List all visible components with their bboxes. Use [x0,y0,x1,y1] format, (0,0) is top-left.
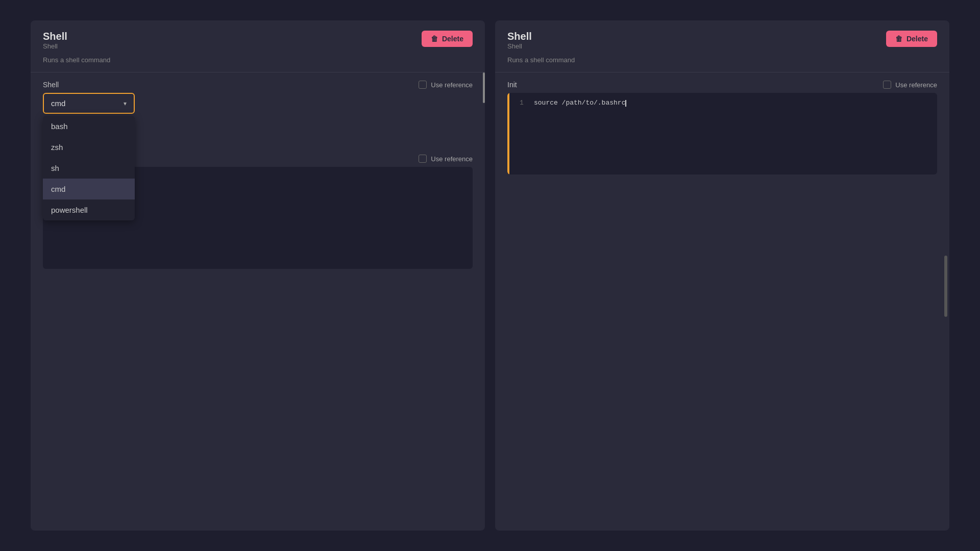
text-cursor [625,100,626,107]
dropdown-item-bash[interactable]: bash [43,116,135,137]
init-field-label: Init [507,81,517,89]
left-panel-title: Shell [43,31,67,42]
shell-use-reference-label: Use reference [431,81,473,89]
line-number-1: 1 [520,99,528,107]
shell-use-reference-row: Use reference [419,81,473,89]
left-panel: Shell Shell 🗑 Delete Runs a shell comman… [31,20,485,531]
right-panel-header: Shell Shell 🗑 Delete Runs a shell comman… [495,20,949,72]
shell-dropdown-container: cmd ▾ bash zsh sh cmd powershell [43,93,135,114]
dropdown-item-zsh[interactable]: zsh [43,137,135,158]
right-panel-description: Runs a shell command [507,56,937,64]
init-field-row: Init Use reference 1 source /path/to/.ba… [507,81,937,174]
init-use-reference-row: Use reference [883,81,937,89]
right-panel: Shell Shell 🗑 Delete Runs a shell comman… [495,20,949,531]
shell-use-reference-checkbox[interactable] [419,81,427,89]
shell-field-row: Shell Use reference cmd ▾ bash zsh sh [43,81,473,114]
shell-dropdown-menu: bash zsh sh cmd powershell [43,116,135,220]
init-code-content: source /path/to/.bashrc [534,99,626,107]
left-panel-header: Shell Shell 🗑 Delete Runs a shell comman… [31,20,485,72]
shell-field-header: Shell Use reference [43,81,473,89]
right-trash-icon: 🗑 [895,35,902,43]
init-code-line: 1 source /path/to/.bashrc [513,99,931,107]
left-trash-icon: 🗑 [431,35,438,43]
right-panel-body: Init Use reference 1 source /path/to/.ba… [495,72,949,531]
shell-field-label: Shell [43,81,59,89]
right-delete-button[interactable]: 🗑 Delete [886,31,937,47]
init-use-reference-label: Use reference [895,81,937,89]
shell-dropdown-selected: cmd [51,99,65,108]
left-panel-body: Shell Use reference cmd ▾ bash zsh sh [31,72,485,531]
dropdown-item-sh[interactable]: sh [43,158,135,179]
command-use-reference-label: Use reference [431,155,473,163]
right-panel-subtitle: Shell [507,42,532,50]
line-marker [507,93,509,174]
right-scroll-indicator[interactable] [944,256,947,317]
chevron-down-icon: ▾ [124,100,127,107]
init-use-reference-checkbox[interactable] [883,81,891,89]
init-code-editor[interactable]: 1 source /path/to/.bashrc [507,93,937,174]
left-delete-button[interactable]: 🗑 Delete [422,31,473,47]
shell-dropdown-trigger[interactable]: cmd ▾ [43,93,135,114]
left-panel-subtitle: Shell [43,42,67,50]
left-scroll-indicator[interactable] [483,72,485,103]
command-use-reference-checkbox[interactable] [419,155,427,163]
right-panel-title: Shell [507,31,532,42]
left-panel-description: Runs a shell command [43,56,473,64]
init-field-header: Init Use reference [507,81,937,89]
dropdown-item-powershell[interactable]: powershell [43,199,135,220]
dropdown-item-cmd[interactable]: cmd [43,179,135,199]
command-use-reference-row: Use reference [419,155,473,163]
